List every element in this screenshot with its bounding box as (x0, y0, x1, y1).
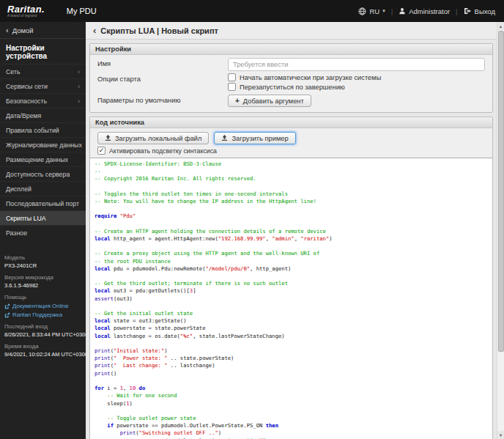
sidebar-item-label: Сеть (6, 68, 21, 75)
load-example-button[interactable]: Загрузить пример (214, 132, 295, 144)
code-line: -- Note: You will have to change the IP … (94, 198, 488, 205)
source-code-panel: Код источника Загрузить локальный файл З… (89, 117, 493, 439)
user-name: Administrator (409, 7, 450, 15)
restart-checkbox-label: Перезапуститься по завершению (240, 84, 345, 91)
code-line: assert(out3) (94, 295, 488, 303)
add-argument-button[interactable]: + Добавить аргумент (228, 95, 311, 107)
load-local-file-label: Загрузить локальный файл (115, 135, 201, 142)
sidebar-item[interactable]: Скрипты LUA (0, 210, 86, 225)
login-time-label: Время входа (4, 343, 81, 350)
firmware-label: Версия микрокода (4, 274, 81, 281)
page-scrollbar[interactable]: ▲ ▼ (497, 22, 504, 439)
breadcrumb: Скрипты LUA | Новый скрипт (100, 26, 218, 35)
syntax-highlight-checkbox[interactable]: ✓ Активировать подсветку синтаксиса (97, 147, 485, 155)
last-login-value: 8/26/2021, 8:33:44 PM UTC+0300 (4, 331, 81, 338)
support-link-label: Raritan Поддержка (12, 311, 62, 318)
code-line: -- Copyright 2016 Raritan Inc. All right… (94, 175, 488, 182)
documentation-link[interactable]: Документация Online (4, 303, 81, 309)
code-line: print("Initial state:") (94, 347, 488, 355)
sidebar-item[interactable]: Журналирование данных (0, 137, 86, 152)
page-header: ‹ Скрипты LUA | Новый скрипт (86, 22, 497, 40)
code-line (94, 407, 488, 415)
raritan-logo[interactable]: Raritan. A brand of legrand (7, 4, 45, 18)
sidebar-section-title[interactable]: Настройки устройства (0, 39, 86, 64)
sidebar-item[interactable]: Сеть› (0, 64, 86, 78)
code-line (94, 221, 488, 228)
code-editor[interactable]: -- SPDX-License-Identifier: BSD-3-Clause… (90, 158, 492, 439)
settings-panel: Настройки Имя Опции старта Начать автома… (89, 43, 493, 113)
separator: | (456, 7, 457, 15)
sidebar-item[interactable]: Сервисы сети› (0, 78, 86, 93)
settings-panel-title: Настройки (90, 44, 492, 55)
syntax-highlight-label: Активировать подсветку синтаксиса (109, 147, 217, 155)
logout-button[interactable]: Выход (464, 7, 495, 15)
sidebar-item[interactable]: Дата/Время (0, 108, 86, 122)
chevron-right-icon: › (78, 83, 80, 90)
code-toolbar: Загрузить локальный файл Загрузить приме… (97, 131, 485, 144)
code-line: -- the root PDU instance (94, 258, 488, 265)
code-line: require "Pdu" (94, 213, 488, 220)
logo-text: Raritan. (7, 4, 45, 14)
code-line (94, 205, 488, 213)
logout-icon (464, 7, 472, 15)
code-line: -- Create an HTTP agent holding the conn… (94, 228, 488, 235)
scroll-up-button[interactable]: ▲ (497, 22, 504, 30)
separator: | (391, 7, 393, 15)
load-local-file-button[interactable]: Загрузить локальный файл (97, 132, 209, 144)
app-title: My PDU (67, 7, 97, 15)
login-time-value: 9/4/2021, 10:02:24 AM UTC+0300 (4, 351, 81, 358)
model-label: Модель (4, 254, 81, 261)
device-info: Модель PX3-2401CR Версия микрокода 3.6.1… (0, 240, 86, 358)
back-icon[interactable]: ‹ (93, 26, 96, 35)
sidebar-item-home[interactable]: ‹ Домой (0, 22, 86, 39)
sidebar: ‹ Домой Настройки устройства Сеть›Сервис… (0, 22, 86, 439)
scrollbar-thumb[interactable] (498, 31, 504, 352)
checkbox-icon[interactable] (228, 73, 236, 81)
sidebar-item-label: Правила событий (6, 127, 59, 134)
code-line: local pdu = pdumodel.Pdu:newRemote("/mod… (94, 265, 488, 273)
sidebar-item[interactable]: Безопасность› (0, 93, 86, 108)
sidebar-item[interactable]: Последовательный порт (0, 196, 86, 210)
code-line: print(" Last change: " .. lastchange) (94, 362, 488, 369)
default-args-label: Параметры по умолчанию (97, 95, 228, 107)
code-line (94, 273, 488, 280)
sidebar-item[interactable]: Правила событий (0, 122, 86, 137)
code-line (94, 340, 488, 347)
sidebar-item[interactable]: Размещение данных (0, 152, 86, 166)
user-menu[interactable]: Administrator (399, 7, 450, 15)
code-line: local out3 = pdu:getOutlets()[3] (94, 287, 488, 295)
chevron-right-icon: › (78, 68, 80, 75)
top-bar: Raritan. A brand of legrand My PDU RU ▾ … (0, 0, 504, 22)
language-label: RU (369, 7, 379, 15)
model-value: PX3-2401CR (4, 262, 81, 269)
load-example-label: Загрузить пример (231, 135, 288, 142)
restart-checkbox[interactable]: Перезапуститься по завершению (228, 83, 485, 91)
language-selector[interactable]: RU ▾ (358, 7, 385, 15)
scroll-down-button[interactable]: ▼ (497, 431, 504, 439)
code-line: -- (94, 168, 488, 175)
start-options-label: Опции старта (97, 73, 228, 92)
plus-icon: + (235, 97, 240, 105)
name-input[interactable] (228, 58, 485, 71)
sidebar-home-label: Домой (12, 26, 34, 34)
checkbox-icon[interactable]: ✓ (97, 147, 105, 155)
code-line: -- Wait for one second (94, 392, 488, 399)
sidebar-item[interactable]: Дисплей (0, 181, 86, 196)
logo-subtext: A brand of legrand (7, 15, 45, 18)
autostart-checkbox[interactable]: Начать автоматически при загрузке систем… (228, 73, 485, 81)
support-link[interactable]: Raritan Поддержка (4, 311, 81, 318)
documentation-link-label: Документация Online (12, 303, 69, 309)
external-link-icon (4, 312, 10, 318)
source-panel-body: Загрузить локальный файл Загрузить приме… (90, 128, 492, 439)
code-line: print(" Power state: " .. state.powerSta… (94, 355, 488, 362)
sidebar-item-label: Скрипты LUA (6, 215, 46, 222)
name-row: Имя (97, 58, 485, 71)
sidebar-item-label: Размещение данных (6, 156, 68, 163)
checkbox-icon[interactable] (228, 83, 236, 91)
sidebar-menu: Сеть›Сервисы сети›Безопасность›Дата/Врем… (0, 64, 86, 240)
code-line: local powerstate = state.powerState (94, 325, 488, 332)
sidebar-item[interactable]: Разное (0, 225, 86, 240)
sidebar-item[interactable]: Доступность сервера (0, 166, 86, 181)
code-line: local state = out3:getState() (94, 317, 488, 325)
sidebar-item-label: Безопасность (6, 97, 47, 105)
